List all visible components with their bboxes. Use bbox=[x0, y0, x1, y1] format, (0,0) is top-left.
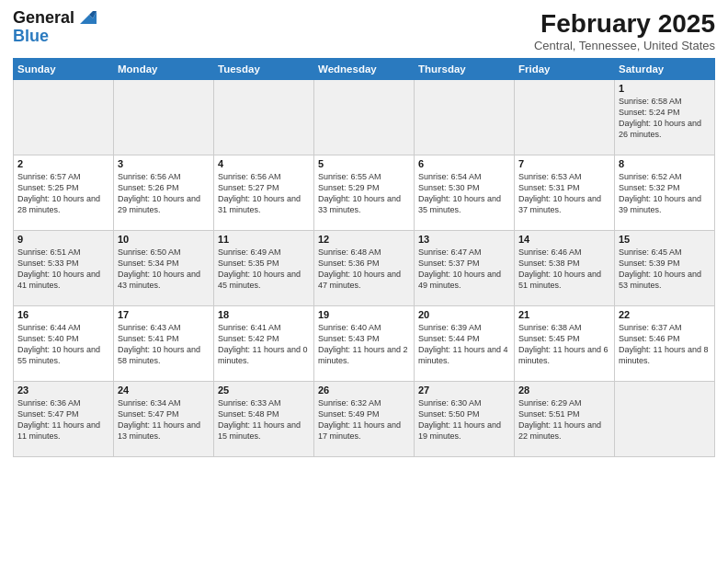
weekday-header-sunday: Sunday bbox=[14, 59, 114, 80]
month-title: February 2025 bbox=[534, 9, 715, 39]
day-number: 22 bbox=[619, 309, 711, 320]
day-number: 5 bbox=[318, 158, 410, 169]
calendar-cell: 24Sunrise: 6:34 AM Sunset: 5:47 PM Dayli… bbox=[114, 382, 214, 457]
calendar-cell: 11Sunrise: 6:49 AM Sunset: 5:35 PM Dayli… bbox=[214, 231, 314, 306]
day-info: Sunrise: 6:57 AM Sunset: 5:25 PM Dayligh… bbox=[17, 171, 109, 216]
weekday-header-thursday: Thursday bbox=[415, 59, 515, 80]
day-number: 14 bbox=[518, 234, 610, 245]
day-info: Sunrise: 6:52 AM Sunset: 5:32 PM Dayligh… bbox=[619, 171, 711, 216]
day-info: Sunrise: 6:30 AM Sunset: 5:50 PM Dayligh… bbox=[418, 397, 510, 442]
calendar-cell: 8Sunrise: 6:52 AM Sunset: 5:32 PM Daylig… bbox=[615, 155, 715, 231]
day-number: 23 bbox=[17, 385, 109, 396]
day-number: 18 bbox=[218, 309, 310, 320]
calendar: SundayMondayTuesdayWednesdayThursdayFrid… bbox=[13, 58, 715, 457]
week-row-4: 23Sunrise: 6:36 AM Sunset: 5:47 PM Dayli… bbox=[14, 382, 715, 457]
calendar-cell bbox=[415, 80, 515, 155]
day-info: Sunrise: 6:43 AM Sunset: 5:41 PM Dayligh… bbox=[118, 322, 210, 367]
day-number: 12 bbox=[318, 234, 410, 245]
day-number: 8 bbox=[619, 158, 711, 169]
logo: General Blue bbox=[13, 9, 97, 46]
calendar-cell bbox=[515, 80, 615, 155]
calendar-cell bbox=[14, 80, 114, 155]
day-info: Sunrise: 6:45 AM Sunset: 5:39 PM Dayligh… bbox=[619, 247, 711, 292]
day-info: Sunrise: 6:55 AM Sunset: 5:29 PM Dayligh… bbox=[318, 171, 410, 216]
calendar-cell bbox=[114, 80, 214, 155]
calendar-cell: 14Sunrise: 6:46 AM Sunset: 5:38 PM Dayli… bbox=[515, 231, 615, 306]
calendar-cell: 10Sunrise: 6:50 AM Sunset: 5:34 PM Dayli… bbox=[114, 231, 214, 306]
day-info: Sunrise: 6:46 AM Sunset: 5:38 PM Dayligh… bbox=[518, 247, 610, 292]
page: General Blue February 2025 Central, Tenn… bbox=[0, 0, 728, 563]
day-number: 10 bbox=[118, 234, 210, 245]
day-info: Sunrise: 6:58 AM Sunset: 5:24 PM Dayligh… bbox=[619, 96, 711, 141]
weekday-header-row: SundayMondayTuesdayWednesdayThursdayFrid… bbox=[14, 59, 715, 80]
day-info: Sunrise: 6:34 AM Sunset: 5:47 PM Dayligh… bbox=[118, 397, 210, 442]
day-info: Sunrise: 6:38 AM Sunset: 5:45 PM Dayligh… bbox=[518, 322, 610, 367]
calendar-cell: 1Sunrise: 6:58 AM Sunset: 5:24 PM Daylig… bbox=[615, 80, 715, 155]
day-info: Sunrise: 6:50 AM Sunset: 5:34 PM Dayligh… bbox=[118, 247, 210, 292]
weekday-header-saturday: Saturday bbox=[615, 59, 715, 80]
week-row-3: 16Sunrise: 6:44 AM Sunset: 5:40 PM Dayli… bbox=[14, 306, 715, 382]
calendar-cell: 3Sunrise: 6:56 AM Sunset: 5:26 PM Daylig… bbox=[114, 155, 214, 231]
logo-blue: Blue bbox=[13, 28, 97, 46]
day-number: 13 bbox=[418, 234, 510, 245]
day-info: Sunrise: 6:29 AM Sunset: 5:51 PM Dayligh… bbox=[518, 397, 610, 442]
day-number: 28 bbox=[518, 385, 610, 396]
day-info: Sunrise: 6:36 AM Sunset: 5:47 PM Dayligh… bbox=[17, 397, 109, 442]
logo-icon bbox=[76, 7, 97, 28]
calendar-cell bbox=[214, 80, 314, 155]
calendar-cell: 21Sunrise: 6:38 AM Sunset: 5:45 PM Dayli… bbox=[515, 306, 615, 382]
day-info: Sunrise: 6:37 AM Sunset: 5:46 PM Dayligh… bbox=[619, 322, 711, 367]
day-info: Sunrise: 6:33 AM Sunset: 5:48 PM Dayligh… bbox=[218, 397, 310, 442]
day-info: Sunrise: 6:48 AM Sunset: 5:36 PM Dayligh… bbox=[318, 247, 410, 292]
header: General Blue February 2025 Central, Tenn… bbox=[13, 9, 715, 52]
calendar-cell: 26Sunrise: 6:32 AM Sunset: 5:49 PM Dayli… bbox=[314, 382, 415, 457]
calendar-cell: 22Sunrise: 6:37 AM Sunset: 5:46 PM Dayli… bbox=[615, 306, 715, 382]
calendar-cell: 25Sunrise: 6:33 AM Sunset: 5:48 PM Dayli… bbox=[214, 382, 314, 457]
weekday-header-tuesday: Tuesday bbox=[214, 59, 314, 80]
day-info: Sunrise: 6:51 AM Sunset: 5:33 PM Dayligh… bbox=[17, 247, 109, 292]
calendar-cell: 17Sunrise: 6:43 AM Sunset: 5:41 PM Dayli… bbox=[114, 306, 214, 382]
day-info: Sunrise: 6:53 AM Sunset: 5:31 PM Dayligh… bbox=[518, 171, 610, 216]
day-number: 9 bbox=[17, 234, 109, 245]
day-number: 25 bbox=[218, 385, 310, 396]
calendar-cell: 16Sunrise: 6:44 AM Sunset: 5:40 PM Dayli… bbox=[14, 306, 114, 382]
day-number: 15 bbox=[619, 234, 711, 245]
day-info: Sunrise: 6:39 AM Sunset: 5:44 PM Dayligh… bbox=[418, 322, 510, 367]
calendar-cell: 28Sunrise: 6:29 AM Sunset: 5:51 PM Dayli… bbox=[515, 382, 615, 457]
day-info: Sunrise: 6:32 AM Sunset: 5:49 PM Dayligh… bbox=[318, 397, 410, 442]
calendar-cell: 12Sunrise: 6:48 AM Sunset: 5:36 PM Dayli… bbox=[314, 231, 415, 306]
calendar-cell: 13Sunrise: 6:47 AM Sunset: 5:37 PM Dayli… bbox=[415, 231, 515, 306]
calendar-cell: 7Sunrise: 6:53 AM Sunset: 5:31 PM Daylig… bbox=[515, 155, 615, 231]
week-row-1: 2Sunrise: 6:57 AM Sunset: 5:25 PM Daylig… bbox=[14, 155, 715, 231]
week-row-0: 1Sunrise: 6:58 AM Sunset: 5:24 PM Daylig… bbox=[14, 80, 715, 155]
weekday-header-monday: Monday bbox=[114, 59, 214, 80]
calendar-cell: 23Sunrise: 6:36 AM Sunset: 5:47 PM Dayli… bbox=[14, 382, 114, 457]
day-number: 2 bbox=[17, 158, 109, 169]
day-number: 24 bbox=[118, 385, 210, 396]
day-number: 17 bbox=[118, 309, 210, 320]
calendar-cell: 5Sunrise: 6:55 AM Sunset: 5:29 PM Daylig… bbox=[314, 155, 415, 231]
day-info: Sunrise: 6:56 AM Sunset: 5:26 PM Dayligh… bbox=[118, 171, 210, 216]
day-number: 1 bbox=[619, 83, 711, 94]
calendar-cell: 15Sunrise: 6:45 AM Sunset: 5:39 PM Dayli… bbox=[615, 231, 715, 306]
calendar-cell: 4Sunrise: 6:56 AM Sunset: 5:27 PM Daylig… bbox=[214, 155, 314, 231]
calendar-cell bbox=[314, 80, 415, 155]
day-number: 3 bbox=[118, 158, 210, 169]
day-number: 4 bbox=[218, 158, 310, 169]
weekday-header-friday: Friday bbox=[515, 59, 615, 80]
calendar-cell: 9Sunrise: 6:51 AM Sunset: 5:33 PM Daylig… bbox=[14, 231, 114, 306]
calendar-cell bbox=[615, 382, 715, 457]
day-number: 7 bbox=[518, 158, 610, 169]
week-row-2: 9Sunrise: 6:51 AM Sunset: 5:33 PM Daylig… bbox=[14, 231, 715, 306]
day-info: Sunrise: 6:54 AM Sunset: 5:30 PM Dayligh… bbox=[418, 171, 510, 216]
calendar-cell: 27Sunrise: 6:30 AM Sunset: 5:50 PM Dayli… bbox=[415, 382, 515, 457]
day-info: Sunrise: 6:56 AM Sunset: 5:27 PM Dayligh… bbox=[218, 171, 310, 216]
calendar-cell: 20Sunrise: 6:39 AM Sunset: 5:44 PM Dayli… bbox=[415, 306, 515, 382]
calendar-cell: 2Sunrise: 6:57 AM Sunset: 5:25 PM Daylig… bbox=[14, 155, 114, 231]
calendar-cell: 19Sunrise: 6:40 AM Sunset: 5:43 PM Dayli… bbox=[314, 306, 415, 382]
title-block: February 2025 Central, Tennessee, United… bbox=[534, 9, 715, 52]
day-number: 26 bbox=[318, 385, 410, 396]
day-number: 16 bbox=[17, 309, 109, 320]
day-number: 21 bbox=[518, 309, 610, 320]
weekday-header-wednesday: Wednesday bbox=[314, 59, 415, 80]
